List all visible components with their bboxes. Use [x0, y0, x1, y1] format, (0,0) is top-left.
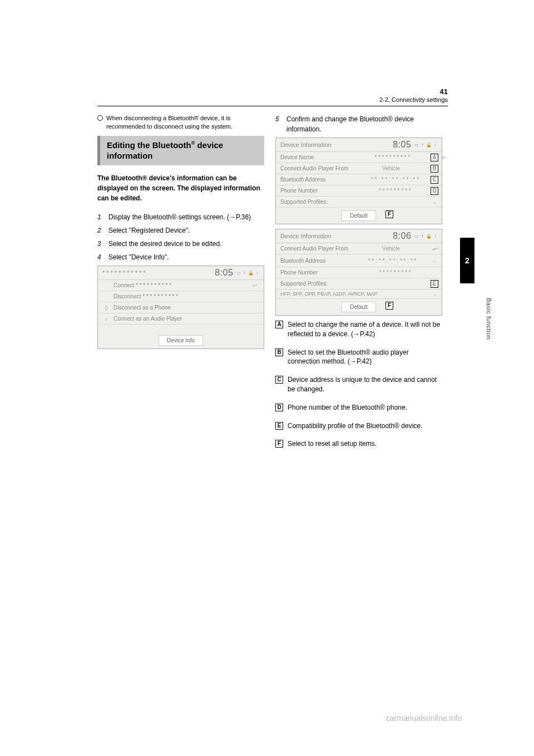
- status-icons: ▭ ⫯ 🔒 ᚼ: [414, 234, 437, 239]
- page-number: 41: [440, 87, 448, 96]
- step-number: 4: [97, 252, 104, 262]
- shot-title: Device Information: [280, 141, 332, 148]
- step-number: 2: [97, 225, 104, 235]
- description-a: Select to change the name of a device. I…: [288, 320, 442, 339]
- back-icon[interactable]: ↩: [434, 246, 438, 252]
- callout-label-e: E: [431, 280, 438, 288]
- shot-title: Device Information: [280, 233, 332, 239]
- back-icon[interactable]: ↩: [253, 282, 259, 288]
- connect-item[interactable]: Connect * * * * * * * * * *: [113, 282, 171, 288]
- shot-time: 8:05: [393, 140, 411, 150]
- screenshot-device-info-1: Device Information 8:05 ▭ ⫯ 🔒 ᚼ Device N…: [275, 138, 442, 224]
- callout-label-b: B: [431, 165, 438, 173]
- disconnect-item[interactable]: Disconnect * * * * * * * * * *: [113, 293, 178, 300]
- callout-label-a: A: [431, 154, 438, 161]
- shot-title-dots: * * * * * * * * * * *: [102, 269, 146, 276]
- label-d: D: [275, 404, 283, 411]
- back-icon[interactable]: ↩: [442, 154, 446, 160]
- label-a: A: [275, 321, 283, 328]
- section-header: 2-2. Connectivity settings: [97, 96, 448, 103]
- step-number: 1: [97, 212, 104, 222]
- step-text: Confirm and change the Bluetooth® device…: [286, 114, 442, 134]
- connect-from-label: Connect Audio Player From: [280, 246, 353, 252]
- connect-from-label: Connect Audio Player From: [280, 165, 353, 171]
- phone-number-label: Phone Number: [280, 269, 353, 276]
- section-heading: Editing the Bluetooth® device informatio…: [107, 140, 258, 161]
- disconnect-phone-item[interactable]: Disconnect as a Phone: [113, 305, 171, 311]
- description-d: Phone number of the Bluetooth® phone.: [288, 403, 407, 413]
- status-icons: ▭ ⫯ 🔒 ᚼ: [414, 143, 437, 148]
- label-b: B: [275, 348, 283, 356]
- callout-label-d: D: [431, 187, 438, 195]
- profiles-label: Supported Profiles:: [280, 281, 353, 287]
- connect-from-value[interactable]: Vehicle: [353, 165, 429, 171]
- description-b: Select to set the Bluetooth® audio playe…: [288, 348, 442, 367]
- phone-number-label: Phone Number: [280, 188, 353, 194]
- scroll-down-icon[interactable]: ⌄: [433, 291, 437, 297]
- connect-from-value[interactable]: Vehicle: [353, 246, 429, 252]
- chapter-tab: 2: [460, 238, 474, 283]
- header-divider: [97, 106, 448, 106]
- label-f: F: [275, 440, 283, 448]
- screenshot-device-info-2: Device Information 8:06 ▭ ⫯ 🔒 ᚼ Connect …: [275, 229, 442, 316]
- bt-address-value: * * : * * : * * : * * : * *: [353, 176, 437, 183]
- description-e: Compatibility profile of the Bluetooth® …: [288, 421, 422, 431]
- device-name-label: Device Name: [280, 154, 353, 160]
- scroll-up-icon[interactable]: ︿: [432, 257, 437, 264]
- step-text: Select "Registered Device".: [108, 225, 264, 235]
- default-button[interactable]: Default: [342, 302, 376, 312]
- shot-time: 8:05: [215, 268, 233, 278]
- step-text: Select "Device Info".: [108, 252, 264, 262]
- profiles-list: HFP, SPP, OPP, PBAP, A2DP, AVRCP, MAP: [280, 291, 377, 297]
- shot-time: 8:06: [393, 231, 411, 241]
- callout-label-f: F: [385, 302, 393, 310]
- default-button[interactable]: Default: [342, 210, 376, 221]
- phone-number-value: * * * * * * * * *: [353, 269, 437, 276]
- phone-number-value: * * * * * * * * *: [353, 188, 437, 194]
- step-number: 5: [275, 114, 282, 134]
- bullet-icon: [97, 115, 103, 121]
- bt-address-value: * * : * * : * * : * * : * *: [353, 258, 432, 264]
- device-info-button[interactable]: Device Info: [159, 335, 203, 346]
- phone-icon: ▯: [102, 305, 110, 311]
- step-text: Select the desired device to be edited.: [108, 239, 264, 249]
- screenshot-device-menu: * * * * * * * * * * * 8:05 ▭ ⫯ 🔒 ᚼ Conne…: [97, 266, 264, 349]
- watermark-link: carmanualsonline.info: [386, 714, 462, 723]
- step-text: Display the Bluetooth® settings screen. …: [108, 212, 264, 222]
- profiles-label: Supported Profiles:: [280, 199, 353, 205]
- bt-address-label: Bluetooth Address: [280, 258, 353, 264]
- description-f: Select to reset all setup items.: [288, 439, 377, 449]
- step-number: 3: [97, 239, 104, 249]
- chapter-label: Basic function: [486, 298, 492, 340]
- music-icon: ♪: [102, 316, 110, 322]
- scroll-down-icon[interactable]: ⌄: [433, 199, 437, 205]
- label-c: C: [275, 376, 283, 384]
- connect-audio-item[interactable]: Connect as an Audio Player: [113, 316, 182, 322]
- callout-label-c: C: [431, 176, 438, 184]
- description-c: Device address is unique to the device a…: [288, 375, 442, 394]
- callout-label-f: F: [385, 210, 393, 218]
- intro-text: The Bluetooth® device's information can …: [97, 173, 264, 203]
- disconnect-note: When disconnecting a Bluetooth® device, …: [106, 114, 264, 131]
- section-heading-box: Editing the Bluetooth® device informatio…: [97, 136, 264, 166]
- bt-address-label: Bluetooth Address: [280, 176, 353, 183]
- label-e: E: [275, 422, 283, 430]
- status-icons: ▭ ⫯ 🔒 ᚼ: [236, 271, 259, 276]
- device-name-value[interactable]: * * * * * * * * * *: [353, 154, 432, 160]
